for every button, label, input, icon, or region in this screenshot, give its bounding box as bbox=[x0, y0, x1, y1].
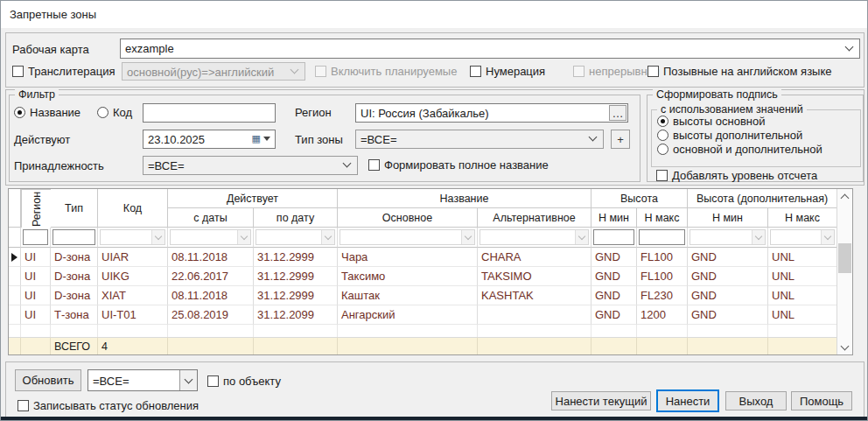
table-cell[interactable]: GND bbox=[688, 286, 768, 305]
table-cell[interactable]: UI bbox=[21, 305, 51, 325]
filter-cell-region[interactable] bbox=[21, 228, 51, 248]
table-cell[interactable]: 31.12.2099 bbox=[254, 305, 338, 325]
table-cell[interactable]: Чара bbox=[338, 248, 478, 267]
exit-button[interactable]: Выход bbox=[725, 391, 787, 410]
callsigns-english-checkbox[interactable]: Позывные на английском языке bbox=[648, 65, 832, 78]
apply-button[interactable]: Нанести bbox=[656, 389, 719, 412]
ownership-select[interactable]: =ВСЕ= bbox=[143, 156, 358, 175]
filter-cell-selector bbox=[9, 228, 21, 248]
table-cell[interactable]: UI bbox=[21, 286, 51, 305]
table-cell[interactable]: CHARA bbox=[478, 248, 592, 267]
row-selector[interactable] bbox=[9, 267, 21, 286]
table-cell[interactable]: Т-зона bbox=[51, 305, 98, 325]
zone-type-add-button[interactable]: + bbox=[611, 130, 630, 149]
help-button[interactable]: Помощь bbox=[791, 391, 852, 410]
table-cell[interactable]: UIAR bbox=[98, 248, 168, 267]
table-cell[interactable]: D-зона bbox=[51, 286, 98, 305]
table-cell[interactable]: UNL bbox=[768, 286, 836, 305]
table-cell[interactable]: FL100 bbox=[637, 248, 688, 267]
table-cell[interactable]: 22.06.2017 bbox=[168, 267, 254, 286]
table-cell[interactable]: 31.12.2999 bbox=[254, 248, 338, 267]
region-field[interactable]: UI: Россия (Забайкалье) … bbox=[355, 103, 628, 123]
table-cell[interactable]: FL100 bbox=[637, 267, 688, 286]
table-cell[interactable]: XIAT bbox=[98, 286, 168, 305]
table-cell[interactable]: GND bbox=[592, 286, 637, 305]
table-cell[interactable] bbox=[478, 305, 592, 325]
table-cell[interactable]: UNL bbox=[768, 248, 836, 267]
table-cell[interactable]: 08.11.2018 bbox=[168, 248, 254, 267]
table-cell[interactable]: Таксимо bbox=[338, 267, 478, 286]
refresh-button[interactable]: Обновить bbox=[15, 369, 81, 391]
col-header-name-alt: Альтернативное bbox=[478, 208, 592, 228]
transliteration-checkbox[interactable]: Транслитерация bbox=[12, 65, 115, 78]
filter-by-code-radio[interactable]: Код bbox=[97, 106, 132, 119]
table-cell[interactable]: UNL bbox=[768, 305, 836, 325]
height-extra-radio[interactable]: высоты дополнительной bbox=[657, 129, 802, 142]
col-header-code: Код bbox=[98, 189, 168, 228]
filter-cell-hmax[interactable] bbox=[637, 228, 688, 248]
height-main-radio[interactable]: высоты основной bbox=[657, 115, 765, 128]
numbering-checkbox[interactable]: Нумерация bbox=[470, 65, 545, 78]
effective-date-field[interactable]: 23.10.2025 ▦ bbox=[143, 130, 276, 149]
col-header-height-group: Высота bbox=[592, 189, 688, 208]
filter-cell-to[interactable] bbox=[254, 228, 338, 248]
region-browse-button[interactable]: … bbox=[609, 105, 626, 121]
chevron-up-icon bbox=[841, 193, 850, 202]
row-selector[interactable] bbox=[9, 248, 21, 267]
full-name-checkbox[interactable]: Формировать полное название bbox=[368, 158, 549, 172]
filter-cell-from[interactable] bbox=[168, 228, 254, 248]
name-filter-input[interactable] bbox=[143, 103, 276, 123]
table-cell[interactable]: 25.08.2019 bbox=[168, 305, 254, 325]
table-cell[interactable]: D-зона bbox=[51, 267, 98, 286]
refresh-filter-select[interactable]: =ВСЕ= bbox=[88, 369, 198, 391]
table-cell[interactable]: UI bbox=[21, 248, 51, 267]
scrollbar-thumb[interactable] bbox=[838, 243, 851, 273]
table-cell[interactable]: GND bbox=[592, 305, 637, 325]
empty-cell bbox=[338, 325, 478, 337]
table-cell[interactable]: UIKG bbox=[98, 267, 168, 286]
table-cell[interactable]: UI-T01 bbox=[98, 305, 168, 325]
log-status-checkbox[interactable]: Записывать статус обновления bbox=[18, 399, 199, 412]
table-cell[interactable]: UI bbox=[21, 267, 51, 286]
table-cell[interactable]: UNL bbox=[768, 267, 836, 286]
table-cell[interactable]: FL230 bbox=[637, 286, 688, 305]
height-both-radio[interactable]: основной и дополнительной bbox=[657, 143, 822, 156]
table-cell[interactable]: GND bbox=[688, 248, 768, 267]
ownership-value: =ВСЕ= bbox=[148, 159, 184, 172]
table-cell[interactable]: GND bbox=[688, 267, 768, 286]
row-selector[interactable] bbox=[9, 305, 21, 325]
by-object-checkbox[interactable]: по объекту bbox=[207, 375, 281, 388]
table-cell[interactable]: GND bbox=[688, 305, 768, 325]
signature-group-title: Сформировать подпись bbox=[653, 88, 781, 101]
table-cell[interactable]: 1200 bbox=[637, 305, 688, 325]
apply-current-button[interactable]: Нанести текущий bbox=[551, 391, 651, 410]
filter-by-name-radio[interactable]: Название bbox=[14, 106, 80, 119]
zones-table: Регион Тип Код Действует Название Высота… bbox=[8, 188, 853, 355]
filter-cell-h2min[interactable] bbox=[688, 228, 768, 248]
working-map-select[interactable]: exzample bbox=[120, 39, 860, 59]
filter-cell-name-main[interactable] bbox=[338, 228, 478, 248]
filter-cell-name-alt[interactable] bbox=[478, 228, 592, 248]
table-cell[interactable]: GND bbox=[592, 267, 637, 286]
table-cell[interactable]: Каштак bbox=[338, 286, 478, 305]
row-selector[interactable] bbox=[9, 286, 21, 305]
zone-type-select[interactable]: =ВСЕ= bbox=[355, 130, 604, 149]
scroll-down-button[interactable] bbox=[837, 340, 852, 354]
table-cell[interactable]: 31.12.2999 bbox=[254, 286, 338, 305]
table-cell[interactable]: TAKSIMO bbox=[478, 267, 592, 286]
table-cell[interactable]: Ангарский bbox=[338, 305, 478, 325]
table-cell[interactable]: D-зона bbox=[51, 248, 98, 267]
vertical-scrollbar[interactable] bbox=[836, 189, 852, 354]
filter-cell-type[interactable] bbox=[51, 228, 98, 248]
table-cell[interactable]: KASHTAK bbox=[478, 286, 592, 305]
summary-cell bbox=[592, 337, 637, 354]
add-reference-checkbox[interactable]: Добавлять уровень отсчета bbox=[656, 169, 817, 182]
table-cell[interactable]: 08.11.2018 bbox=[168, 286, 254, 305]
table-cell[interactable]: 31.12.2999 bbox=[254, 267, 338, 286]
chevron-down-icon bbox=[325, 232, 332, 239]
table-cell[interactable]: GND bbox=[592, 248, 637, 267]
scroll-up-button[interactable] bbox=[837, 189, 852, 204]
filter-cell-code[interactable] bbox=[98, 228, 168, 248]
filter-cell-hmin[interactable] bbox=[592, 228, 637, 248]
filter-cell-h2max[interactable] bbox=[768, 228, 836, 248]
